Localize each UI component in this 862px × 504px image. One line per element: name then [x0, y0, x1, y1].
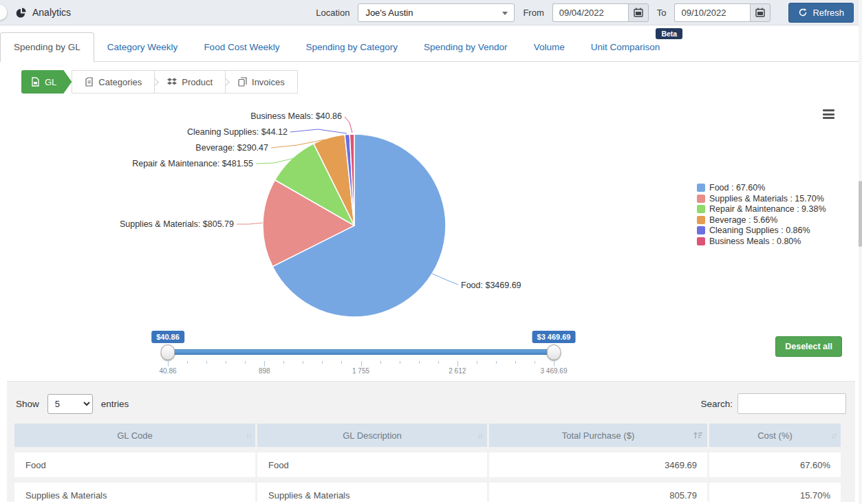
column-header-total-purchase[interactable]: Total Purchase ($): [489, 424, 707, 447]
table-row[interactable]: Food Food 3469.69 67.60%: [14, 452, 848, 477]
subtab-gl[interactable]: GL: [21, 70, 72, 94]
tab-spending-by-category[interactable]: Spending by Category: [292, 33, 411, 61]
subtab-product-label: Product: [182, 77, 213, 87]
pie-slice-label: Cleaning Supplies: $44.12: [187, 127, 288, 137]
from-date-input[interactable]: [552, 3, 628, 22]
legend-item-business-meals[interactable]: Business Meals : 0.80%: [697, 237, 826, 246]
slider-handle-max[interactable]: [547, 344, 561, 360]
slider-tick: [515, 361, 516, 364]
entries-label: entries: [101, 399, 129, 409]
cell-total-purchase: 3469.69: [489, 452, 707, 477]
location-value: Joe's Austin: [365, 8, 413, 18]
tab-spending-by-vendor[interactable]: Spending by Vendor: [411, 33, 521, 61]
legend-item-food[interactable]: Food : 67.60%: [697, 183, 826, 193]
scrollbar-thumb[interactable]: [859, 181, 862, 247]
slider-tick: [187, 361, 188, 364]
tab-food-cost-weekly[interactable]: Food Cost Weekly: [191, 33, 292, 61]
slider-track[interactable]: [168, 349, 554, 355]
deselect-all-button[interactable]: Deselect all: [775, 336, 842, 357]
legend-label: Repair & Maintenance : 9.38%: [709, 204, 826, 214]
drawer-handle[interactable]: [0, 5, 7, 20]
copy-pages-icon: [238, 77, 247, 87]
slider-tick-label: 1 755: [352, 367, 369, 375]
search-input[interactable]: [737, 393, 846, 414]
pie-slice-label: Supplies & Materials: $805.79: [120, 219, 234, 229]
slider-tick: [419, 361, 420, 364]
sort-icon[interactable]: ↓↑: [831, 431, 836, 439]
pie-label-connector: [345, 117, 352, 133]
legend-swatch: [697, 226, 705, 234]
legend-swatch: [697, 205, 705, 213]
legend-swatch: [697, 184, 705, 192]
pie-slice-label: Repair & Maintenance: $481.55: [132, 159, 253, 168]
pie-slice-label: Beverage: $290.47: [195, 143, 268, 153]
file-icon: [31, 77, 40, 87]
slider-tick: [341, 361, 342, 364]
refresh-button[interactable]: Refresh: [788, 3, 854, 23]
sort-icon[interactable]: ↓↑: [246, 431, 250, 439]
tab-volume[interactable]: Volume: [521, 33, 578, 61]
slider-max-tooltip: $3 469.69: [532, 331, 576, 343]
sort-desc-icon[interactable]: [693, 431, 702, 439]
calendar-icon: [755, 8, 765, 17]
cell-cost-pct: 15.70%: [709, 483, 841, 502]
location-label: Location: [316, 8, 349, 18]
column-header-cost-pct[interactable]: Cost (%) ↓↑: [709, 424, 841, 447]
cell-gl-code: Supplies & Materials: [14, 483, 255, 502]
page-size-select[interactable]: 5: [47, 394, 93, 414]
column-label: Total Purchase ($): [562, 430, 635, 441]
page-scrollbar[interactable]: [859, 0, 862, 504]
slider-min-tooltip: $40.86: [151, 331, 184, 343]
legend-label: Cleaning Supplies : 0.86%: [709, 226, 810, 235]
subtab-invoices[interactable]: Invoices: [225, 70, 298, 94]
show-label: Show: [16, 399, 39, 409]
subtab-categories[interactable]: Categories: [72, 70, 155, 94]
tab-category-weekly[interactable]: Category Weekly: [94, 33, 191, 61]
subtab-product[interactable]: Product: [154, 70, 226, 94]
top-bar: Analytics Location Joe's Austin From To: [0, 0, 862, 25]
location-select[interactable]: Joe's Austin: [358, 3, 515, 22]
to-calendar-button[interactable]: [750, 3, 771, 22]
refresh-icon: [798, 8, 808, 17]
slider-tick: [226, 361, 226, 364]
table-row[interactable]: Supplies & Materials Supplies & Material…: [14, 483, 848, 502]
pie-slice-label: Business Meals: $40.86: [250, 111, 342, 121]
cell-total-purchase: 805.79: [489, 483, 707, 502]
slider-tick: [168, 361, 169, 366]
slider-tick-label: 2 612: [449, 367, 466, 375]
slider-tick: [438, 361, 439, 364]
to-date-input[interactable]: [674, 3, 750, 22]
legend-label: Food : 67.60%: [709, 183, 765, 193]
subtab-categories-label: Categories: [98, 77, 142, 87]
column-header-gl-code[interactable]: GL Code ↓↑: [14, 424, 255, 447]
column-label: GL Description: [343, 430, 402, 441]
legend-item-supplies-materials[interactable]: Supplies & Materials : 15.70%: [697, 194, 826, 204]
tab-unit-comparison-label: Unit Comparison: [591, 42, 660, 52]
sort-icon[interactable]: ↓↑: [477, 431, 482, 439]
slider-tick: [400, 361, 400, 364]
cell-gl-code: Food: [14, 452, 255, 477]
beta-badge: Beta: [656, 28, 682, 39]
pie-slice-label: Food: $3469.69: [461, 281, 521, 290]
slider-tick: [206, 361, 207, 364]
legend-item-cleaning-supplies[interactable]: Cleaning Supplies : 0.86%: [697, 226, 826, 235]
tab-spending-by-gl[interactable]: Spending by GL: [0, 32, 94, 62]
subtab-invoices-label: Invoices: [252, 77, 285, 87]
from-calendar-button[interactable]: [628, 3, 649, 22]
from-label: From: [523, 8, 543, 18]
tab-unit-comparison[interactable]: Unit Comparison Beta: [578, 33, 674, 61]
legend-item-beverage[interactable]: Beverage : 5.66%: [697, 215, 826, 225]
report-type-switcher: GL Categories Product Invoices: [21, 70, 862, 94]
slider-tick-label: 3 469.69: [541, 367, 568, 375]
column-header-gl-description[interactable]: GL Description ↓↑: [257, 424, 487, 447]
document-pen-icon: [85, 77, 94, 87]
slider-tick: [477, 361, 477, 364]
refresh-label: Refresh: [812, 8, 844, 18]
dropbox-icon: [167, 78, 177, 87]
table-header-row: GL Code ↓↑ GL Description ↓↑ Total Purch…: [14, 424, 848, 447]
legend-item-repair-maintenance[interactable]: Repair & Maintenance : 9.38%: [697, 204, 826, 214]
chart-menu-icon[interactable]: [823, 109, 834, 119]
slider-handle-min[interactable]: [161, 344, 175, 360]
slider-tick: [496, 361, 497, 364]
value-range-slider: $40.86 $3 469.69 40.868981 7552 6123 469…: [0, 327, 862, 381]
